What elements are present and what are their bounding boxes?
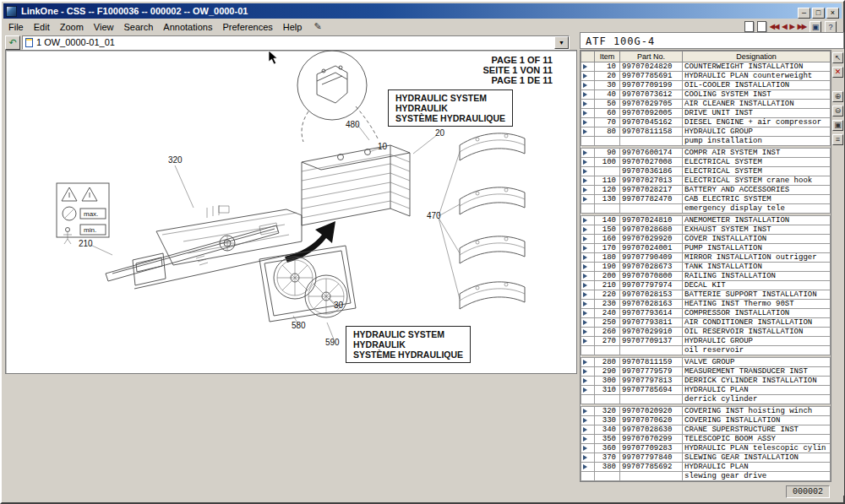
table-row[interactable]: 30099707797813DERRICK CYLINDER INSTALLAT… [581,377,831,386]
table-row[interactable]: 17099707024001PUMP INSTALLATION [581,244,831,253]
menu-edit[interactable]: Edit [29,20,55,34]
table-row[interactable]: 2099707785691HYDRAULIC PLAN counterweigh… [581,72,831,81]
row-select-icon[interactable] [583,150,587,155]
menu-help[interactable]: Help [278,20,308,34]
zoom-out-icon[interactable]: ⊖ [832,106,843,117]
table-row[interactable]: 37099707797840SLEWING GEAR INSTALLATION [581,453,831,463]
row-select-icon[interactable] [583,418,587,423]
next-page-icon[interactable]: ▶ [790,23,794,30]
row-select-icon[interactable] [583,378,587,383]
callout-10[interactable]: 10 [378,142,387,151]
table-row[interactable]: 14099707024810ANEMOMETER INSTALLATION [581,216,831,225]
table-row[interactable]: 38099707785692HYDRAULIC PLAN [581,463,831,472]
table-row[interactable]: 1099707024820COUNTERWEIGHT INSTALLATION [581,62,831,72]
table-row[interactable]: 10099707027008ELECTRICAL SYSTEM [581,158,831,167]
row-select-icon[interactable] [583,339,587,344]
row-select-icon[interactable] [583,160,587,165]
table-row[interactable]: 36099707709283HYDRAULIC PLAN telescopic … [581,444,831,453]
row-select-icon[interactable] [583,73,587,79]
row-select-icon[interactable] [583,236,587,241]
row-select-icon[interactable] [583,464,587,469]
table-row[interactable]: 7099707045162DIESEL ENGINE + air compres… [581,118,831,127]
close-button[interactable]: × [826,8,839,19]
page-combobox[interactable]: 1 OW_0000-01_01 ▼ [22,35,570,50]
row-select-icon[interactable] [583,283,587,288]
menu-annotations[interactable]: Annotations [158,20,217,34]
row-select-icon[interactable] [583,274,587,279]
row-select-icon[interactable] [583,218,587,223]
column-header-designation[interactable]: Designation [683,51,831,62]
row-select-icon[interactable] [583,255,587,260]
back-button[interactable]: ↶ [5,35,20,50]
row-select-icon[interactable] [583,92,587,97]
row-select-icon[interactable] [583,64,587,69]
callout-580[interactable]: 580 [292,321,306,330]
table-row[interactable]: emergency display tele [581,204,831,214]
row-select-icon[interactable] [583,264,587,269]
row-select-icon[interactable] [583,311,587,316]
fit-view-icon[interactable]: ▣ [832,120,843,131]
row-select-icon[interactable] [583,246,587,251]
table-row[interactable]: 20099707070800RAILING INSTALLATION [581,272,831,281]
row-select-icon[interactable] [583,369,587,374]
table-row[interactable]: 28099707811159VALVE GROUP [581,358,831,367]
table-row[interactable]: 22099707028153BATTERIE SUPPORT INSTALLAT… [581,290,831,300]
table-row[interactable]: 32099707020920COVERING INST hoisting win… [581,407,831,416]
table-row[interactable]: derrick cylinder [581,395,831,404]
table-row[interactable]: 25099707793811AIR CONDITIONER INSTALLATI… [581,318,831,328]
table-row[interactable]: 4099707073612COOLING SYSTEM INST [581,90,831,100]
table-row[interactable]: 33099707070620COVERING INSTALLATION [581,416,831,425]
callout-20[interactable]: 20 [435,128,444,138]
callout-480[interactable]: 480 [346,120,360,129]
table-row[interactable]: 18099707790409MIRROR INSTALLATION outrig… [581,253,831,263]
table-row[interactable]: 21099707797974DECAL KIT [581,281,831,290]
row-select-icon[interactable] [583,197,587,202]
table-row[interactable]: 9099707600174COMPR AIR SYSTEM INST [581,149,831,158]
window-list-icon[interactable]: ▣ [810,21,821,33]
page-setup-icon[interactable] [744,21,754,32]
column-header-item[interactable]: Item [595,51,620,62]
table-row[interactable]: 99707036186ELECTRICAL SYSTEM [581,167,831,176]
last-page-icon[interactable]: ▶▶ [798,23,806,30]
table-row[interactable]: 35099707070299TELESCOPIC BOOM ASSY [581,435,831,444]
table-row[interactable]: 6099707092005DRIVE UNIT INST [581,109,831,118]
table-row[interactable]: 12099707028217BATTERY AND ACCESSORIES [581,186,831,195]
row-select-icon[interactable] [583,169,587,174]
row-select-icon[interactable] [583,111,587,116]
print-picture-icon[interactable]: ≡ [832,134,843,145]
column-header-icon[interactable] [581,51,595,62]
zoom-in-icon[interactable]: ⊕ [832,91,843,102]
table-row[interactable]: 3099707709199OIL-COOLER INSTALLATION [581,81,831,90]
title-bar[interactable]: LinkOne - CSS -- F1000036 -- 000002 -- O… [3,3,842,19]
table-row[interactable]: 8099707811158HYDRAULIC GROUP [581,127,831,137]
row-select-icon[interactable] [583,446,587,451]
row-select-icon[interactable] [583,427,587,432]
menu-view[interactable]: View [89,20,119,34]
table-row[interactable]: 29099707779579MEASUREMENT TRANSDUCER INS… [581,367,831,377]
context-help-icon[interactable]: ? [825,21,837,33]
table-row[interactable]: 15099707028680EXHAUST SYSTEM INST [581,225,831,235]
table-row[interactable]: 24099707793614COMPRESSOR INSTALLATION [581,309,831,318]
column-header-partno[interactable]: Part No. [620,51,683,62]
table-row[interactable]: 13099707782470CAB ELECTRIC SYSTEM [581,195,831,204]
table-row[interactable]: 23099707028163HEATING INST Thermo 90ST [581,300,831,309]
table-row[interactable]: 16099707029920COVER INSTALLATION [581,235,831,244]
table-row[interactable]: pump installation [581,137,831,146]
row-select-icon[interactable] [583,329,587,334]
table-row[interactable]: oil reservoir [581,346,831,355]
row-select-icon[interactable] [583,178,587,183]
print-icon[interactable] [757,21,766,32]
row-select-icon[interactable] [583,360,587,365]
row-select-icon[interactable] [583,129,587,134]
menu-preferences[interactable]: Preferences [217,20,277,34]
row-select-icon[interactable] [583,301,587,306]
menu-search[interactable]: Search [118,20,158,34]
previous-page-icon[interactable]: ◀ [782,23,786,30]
table-row[interactable]: 5099707029705AIR CLEANER INSTALLATION [581,100,831,109]
table-row[interactable]: 26099707029910OIL RESERVOIR INSTALLATION [581,328,831,337]
row-select-icon[interactable] [583,320,587,325]
table-row[interactable]: 19099707028673TANK INSTALLATION [581,263,831,272]
row-select-icon[interactable] [583,120,587,125]
row-select-icon[interactable] [583,101,587,106]
menu-file[interactable]: File [3,20,29,34]
